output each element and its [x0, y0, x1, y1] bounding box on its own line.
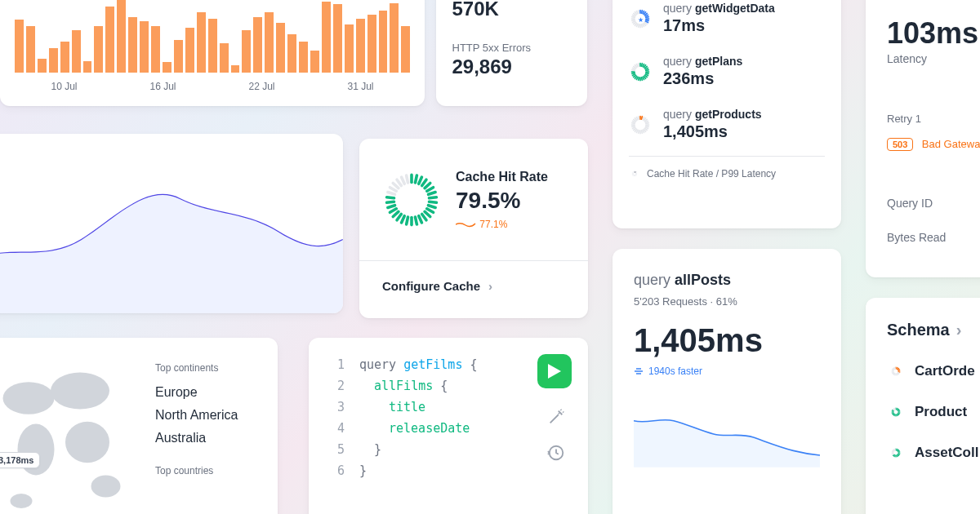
query-row[interactable]: ★ query getWidgetData17ms [629, 0, 825, 45]
spinner-mini-icon [629, 168, 640, 179]
svg-line-18 [397, 214, 401, 219]
http-5xx-value: 29,869 [452, 55, 571, 78]
latency-detail-card: 103ms Latency Retry 1 503 Bad Gatewa Que… [866, 0, 980, 277]
geography-card: 3,178ms Top continents Europe North Amer… [0, 338, 278, 514]
schema-item[interactable]: Product [887, 403, 980, 421]
svg-line-86 [632, 73, 635, 73]
spinner-blue-icon: ★ [629, 7, 652, 30]
svg-line-79 [642, 77, 643, 79]
cache-percent: 79.5% [456, 188, 548, 214]
all-posts-subtitle: 5'203 Requests · 61% [634, 295, 820, 308]
status-text: Bad Gatewa [922, 138, 980, 150]
svg-line-114 [632, 126, 635, 126]
svg-line-125 [635, 172, 636, 173]
query-row[interactable]: query getProducts1,405ms [629, 98, 825, 151]
magic-wand-icon[interactable] [547, 408, 565, 426]
svg-line-23 [387, 197, 394, 197]
cache-title: Cache Hit Rate [456, 170, 548, 184]
continent-item[interactable]: North America [155, 408, 238, 423]
svg-point-30 [3, 382, 55, 414]
query-editor-card: 1query getFilms { 2allFilms { 3title 4re… [309, 338, 588, 514]
schema-card: Schema › CartOrde Product AssetColl [866, 298, 980, 514]
code-line[interactable]: 2allFilms { [325, 375, 572, 397]
svg-line-50 [642, 24, 643, 26]
continent-item[interactable]: Australia [155, 431, 238, 445]
svg-line-107 [642, 130, 643, 132]
svg-point-33 [65, 422, 109, 463]
svg-line-14 [415, 217, 416, 224]
schema-item[interactable]: CartOrde [887, 362, 980, 380]
history-icon[interactable] [547, 444, 565, 462]
spinner-green-icon [629, 60, 652, 83]
continent-item[interactable]: Europe [155, 385, 238, 400]
svg-line-102 [646, 126, 648, 126]
cache-delta: 77.1% [456, 219, 548, 230]
svg-text:★: ★ [638, 15, 644, 23]
x-tick: 16 Jul [149, 81, 176, 92]
svg-line-59 [632, 16, 635, 17]
schema-item[interactable]: AssetColl [887, 444, 980, 462]
svg-line-45 [646, 20, 648, 20]
svg-line-95 [642, 116, 643, 118]
svg-line-3 [422, 179, 426, 185]
svg-line-29 [407, 175, 408, 183]
query-latency-list-card: ★ query getWidgetData17ms query getPlans… [612, 0, 841, 228]
svg-line-7 [429, 197, 436, 197]
query-row[interactable]: query getPlans236ms [629, 45, 825, 98]
svg-line-67 [642, 63, 643, 65]
bytes-read-label: Bytes Read [887, 231, 980, 244]
cache-gauge-icon [382, 171, 441, 229]
bars-area [15, 0, 410, 73]
svg-line-5 [427, 187, 434, 191]
x-tick: 10 Jul [51, 81, 77, 92]
schema-title[interactable]: Schema › [887, 321, 980, 339]
svg-line-13 [419, 215, 422, 222]
spinner-orange-icon [887, 362, 905, 380]
svg-line-22 [387, 202, 394, 202]
svg-line-139 [633, 172, 634, 173]
svg-point-31 [51, 373, 109, 410]
svg-line-43 [646, 16, 648, 17]
http-4xx-value: 570K [452, 0, 571, 20]
latency-value: 103ms [887, 16, 980, 51]
top-countries-header: Top countries [155, 465, 238, 476]
svg-line-4 [425, 183, 430, 188]
svg-line-8 [429, 202, 436, 202]
svg-line-135 [633, 175, 634, 175]
chevron-right-icon: › [956, 321, 962, 339]
x-tick: 31 Jul [347, 81, 373, 92]
code-line[interactable]: 3title [325, 397, 572, 418]
svg-line-16 [407, 217, 408, 224]
code-line[interactable]: 1query getFilms { [325, 354, 572, 375]
chevron-right-icon: › [488, 279, 492, 293]
svg-line-124 [635, 172, 636, 173]
svg-point-34 [91, 476, 121, 498]
svg-line-88 [632, 69, 635, 70]
svg-line-116 [632, 122, 635, 123]
svg-line-2 [419, 177, 422, 184]
svg-line-21 [388, 205, 395, 207]
svg-line-20 [390, 208, 396, 211]
code-line[interactable]: 6} [325, 460, 572, 481]
svg-line-1 [415, 175, 416, 183]
svg-line-17 [402, 215, 405, 222]
svg-line-140 [633, 172, 634, 173]
latency-map-badge: 3,178ms [0, 452, 40, 468]
world-map: 3,178ms [0, 338, 147, 514]
all-posts-faster: 1940s faster [634, 366, 820, 377]
http-5xx-label: HTTP 5xx Errors [452, 42, 571, 54]
svg-line-25 [390, 187, 396, 191]
x-tick: 22 Jul [248, 81, 274, 92]
code-line[interactable]: 4releaseDate [325, 418, 572, 439]
configure-cache-button[interactable]: Configure Cache › [359, 261, 588, 311]
run-query-button[interactable] [537, 354, 572, 388]
svg-line-109 [639, 130, 639, 132]
svg-line-11 [425, 211, 430, 216]
spinner-orange-icon [629, 113, 652, 136]
svg-line-64 [639, 10, 639, 12]
all-posts-latency: 1,405ms [634, 322, 820, 359]
latency-label: Latency [887, 52, 980, 65]
code-line[interactable]: 5} [325, 439, 572, 460]
top-continents-header: Top continents [155, 362, 238, 374]
svg-line-134 [633, 175, 634, 175]
